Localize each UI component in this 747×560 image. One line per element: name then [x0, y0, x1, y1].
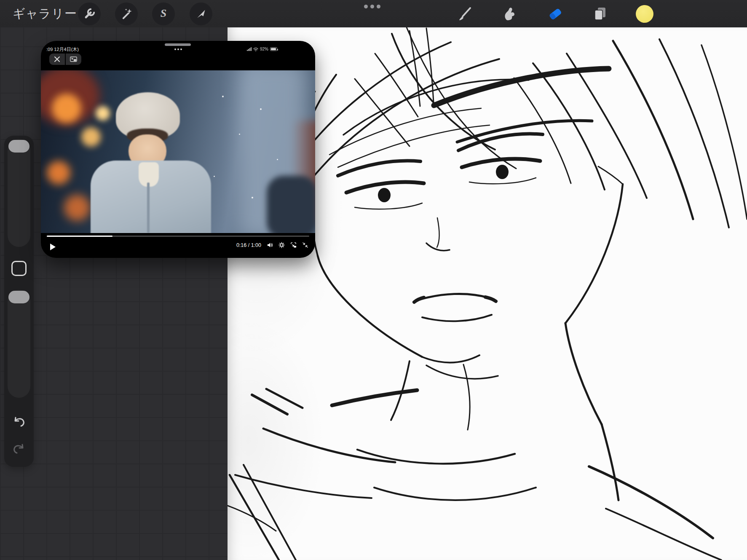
- video-frame[interactable]: [41, 70, 315, 233]
- selection-button[interactable]: S: [152, 3, 175, 25]
- modify-button[interactable]: [11, 261, 27, 276]
- selection-s-icon: S: [161, 7, 166, 20]
- video-progress-bar[interactable]: [47, 236, 309, 237]
- pip-drag-handle[interactable]: [165, 43, 191, 46]
- bokeh-light: [64, 195, 90, 221]
- pip-video-window[interactable]: :09 12月4日(木) 92%: [41, 41, 315, 258]
- brush-size-slider[interactable]: [8, 139, 30, 247]
- play-button[interactable]: [50, 244, 56, 250]
- snow-speck: [222, 96, 224, 97]
- battery-percent: 92%: [260, 47, 268, 51]
- video-progress-fill: [47, 236, 112, 237]
- video-time-display: 0:16 / 1:00: [236, 242, 261, 248]
- snow-speck: [252, 197, 253, 198]
- snow-speck: [277, 159, 278, 160]
- fullscreen-exit-icon[interactable]: [302, 242, 308, 248]
- layers-button[interactable]: [589, 3, 610, 24]
- bokeh-light: [96, 106, 110, 121]
- layers-icon: [591, 5, 609, 23]
- transform-button[interactable]: [190, 3, 212, 25]
- actions-button[interactable]: [78, 3, 101, 25]
- screen-options-icon[interactable]: [364, 5, 380, 8]
- settings-gear-icon[interactable]: [278, 242, 285, 248]
- sidebar-panel: [4, 136, 34, 467]
- pip-battery-cluster: 92%: [247, 47, 277, 51]
- top-toolbar: ギャラリー S: [0, 0, 747, 27]
- close-icon: [54, 56, 61, 63]
- transform-arrow-icon: [194, 7, 208, 21]
- bokeh-light: [47, 161, 70, 185]
- bokeh-light: [52, 94, 81, 123]
- pip-status-bar: :09 12月4日(木) 92%: [41, 46, 315, 52]
- volume-icon[interactable]: [267, 242, 273, 248]
- brush-icon: [456, 5, 474, 23]
- smudge-tool-button[interactable]: [499, 3, 520, 24]
- actions-wrench-icon: [83, 7, 96, 21]
- brush-opacity-slider-handle[interactable]: [8, 291, 29, 303]
- brush-tool-button[interactable]: [454, 3, 475, 24]
- jacket-zipper-line: [147, 182, 150, 233]
- pip-ellipsis-icon: [174, 48, 182, 50]
- pip-exit-button[interactable]: [66, 54, 81, 65]
- wifi-icon: [253, 47, 258, 51]
- gallery-button[interactable]: ギャラリー: [13, 0, 77, 27]
- battery-icon: [270, 47, 277, 51]
- close-button[interactable]: [49, 54, 65, 65]
- redo-button[interactable]: [4, 442, 34, 457]
- smudge-icon: [501, 5, 518, 23]
- pip-mode-icon[interactable]: [290, 242, 297, 248]
- color-swatch: [636, 5, 653, 23]
- signal-icon: [247, 47, 252, 51]
- eraser-icon: [546, 5, 564, 23]
- color-button[interactable]: [634, 3, 655, 24]
- brush-size-slider-handle[interactable]: [8, 140, 29, 153]
- adjustments-button[interactable]: [115, 3, 138, 25]
- eraser-tool-button[interactable]: [545, 3, 566, 24]
- adjustments-magic-wand-icon: [120, 7, 133, 21]
- procreate-app: ギャラリー S: [0, 0, 747, 560]
- pip-datetime: :09 12月4日(木): [46, 46, 79, 53]
- snow-speck: [214, 176, 215, 177]
- pip-exit-icon: [70, 56, 77, 63]
- snow-speck: [239, 134, 240, 135]
- snow-speck: [260, 108, 262, 110]
- undo-icon: [11, 415, 27, 430]
- background-figure: [267, 176, 315, 233]
- redo-icon: [11, 442, 27, 457]
- pip-button-pill: [49, 54, 81, 65]
- video-controls: 0:16 / 1:00: [41, 241, 315, 254]
- brush-opacity-slider[interactable]: [8, 290, 30, 398]
- undo-button[interactable]: [4, 415, 34, 430]
- bokeh-light: [81, 127, 101, 147]
